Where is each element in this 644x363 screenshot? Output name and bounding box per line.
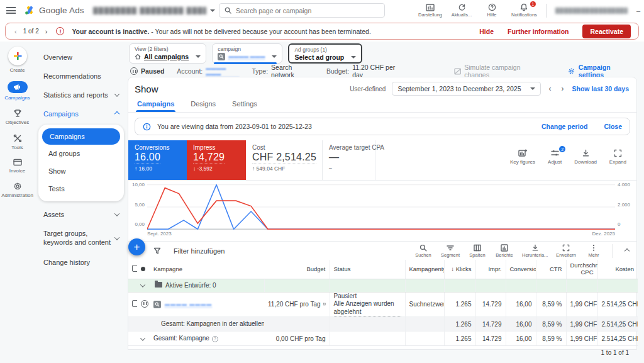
col-cpc[interactable]: Durchschn. CPC (566, 260, 597, 279)
total-view-conversions: 16,00 (506, 317, 536, 332)
more-button[interactable]: Mehr (584, 244, 603, 258)
total-view-cpc: 1,99 CHF (566, 317, 597, 332)
segment-button[interactable]: Segment (441, 244, 460, 258)
scorecard-empty[interactable] (375, 140, 510, 180)
tab-campaigns[interactable]: Campaigns (137, 100, 174, 112)
col-impr[interactable]: Impr. (475, 260, 506, 279)
active-drafts-row[interactable]: Aktive Entwürfe: 0 (128, 279, 638, 292)
chart-plot-area[interactable] (147, 184, 615, 230)
user-email-redacted[interactable]: ███████████████████@█████████ (555, 8, 628, 14)
col-kampagnentyp[interactable]: Kampagnentyp (405, 260, 444, 279)
select-all-checkbox[interactable] (132, 265, 137, 272)
nav-recommendations-label: Recommendations (43, 72, 101, 80)
chevron-down-icon[interactable] (140, 282, 145, 287)
campaign-name-redacted[interactable]: ▬▬▬▬ ▬▬▬▬ (165, 301, 212, 308)
filter-funnel-icon[interactable] (153, 247, 161, 255)
scorecard-target-cpa[interactable]: Average target CPA — – (323, 140, 375, 180)
col-budget[interactable]: Budget (264, 260, 330, 279)
show-last-30-days-link[interactable]: Show last 30 days (572, 85, 629, 92)
hamburger-menu-icon[interactable] (6, 7, 16, 14)
row-checkbox[interactable] (132, 300, 137, 307)
campaign-chip[interactable]: campaign ▬▬▬▬ ▬▬▬ (212, 43, 282, 64)
date-next-icon[interactable]: › (560, 84, 566, 93)
reports-icon (501, 244, 508, 252)
banner-next-icon[interactable]: › (44, 28, 49, 35)
change-period-link[interactable]: Change period (541, 123, 588, 130)
appearance-button[interactable]: Darstellung (418, 4, 442, 18)
campaign-status-line2[interactable]: Alle Anzeigen wurden abgelehnt (334, 300, 401, 316)
help-button[interactable]: Hilfe (481, 3, 502, 18)
nav-item-recommendations[interactable]: Recommendations (35, 67, 128, 86)
columns-button[interactable]: Spalten (468, 244, 487, 258)
date-prev-icon[interactable]: ‹ (547, 84, 553, 93)
ad-group-chip[interactable]: Ad groups (1) Select ad group (288, 43, 362, 64)
table-search-button[interactable]: Suchen (414, 244, 433, 258)
view-filter-chip[interactable]: View (2 filters) All campaigns (129, 43, 206, 64)
nav-item-assets[interactable]: Assets (35, 205, 128, 224)
adjust-button[interactable]: 2 Adjust (548, 149, 562, 165)
expand-table-button[interactable]: Erweitern (556, 244, 576, 258)
scorecard-impressions[interactable]: Impress 14,729 ↓ -3,592 (187, 140, 246, 180)
subnav-item-campaigns[interactable]: Campaigns (42, 128, 120, 145)
subnav-show-label: Show (48, 167, 66, 175)
notifications-button[interactable]: 1 Notifications (511, 3, 537, 18)
close-notice-link[interactable]: Close (604, 123, 622, 130)
col-klicks[interactable]: ↓ Klicks (444, 260, 475, 279)
hide-button[interactable]: Hide (479, 28, 494, 35)
reactivate-button[interactable]: Reactivate (582, 25, 631, 38)
account-caret-icon[interactable] (210, 9, 215, 12)
nav-item-target-groups[interactable]: Target groups, keywords and content (35, 224, 128, 253)
nav-item-overview[interactable]: Overview (35, 48, 128, 67)
nav-item-campaigns[interactable]: Campaigns (35, 104, 128, 123)
add-campaign-fab[interactable]: + (128, 238, 145, 255)
rail-item-invoice[interactable]: Invoice (1, 159, 35, 174)
rail-item-tools[interactable]: Tools (1, 134, 35, 150)
campaign-budget[interactable]: 11,20 CHF pro Tag (268, 301, 321, 308)
nav-item-change-history[interactable]: Change history (35, 253, 128, 272)
collapse-table-button[interactable] (623, 244, 631, 257)
campaigns-subtree: Campaigns Ad groups Show Tests (38, 125, 124, 201)
col-status[interactable]: Status (330, 260, 405, 279)
refresh-button[interactable]: Aktualis... (451, 4, 472, 18)
chevron-down-icon[interactable] (140, 335, 145, 340)
tab-settings[interactable]: Settings (232, 100, 257, 112)
key-figures-button[interactable]: Key figures (510, 149, 535, 165)
campaign-row[interactable]: ▬▬▬▬ ▬▬▬▬ 11,20 CHF pro Tag Pausiert All… (128, 292, 638, 317)
subnav-item-tests[interactable]: Tests (38, 180, 124, 198)
download-button[interactable]: Download (574, 149, 597, 165)
account-meta-label: Account: (177, 67, 203, 75)
col-kampagne[interactable]: Kampagne (150, 260, 264, 279)
search-box[interactable] (219, 3, 385, 18)
further-information-button[interactable]: Further information (508, 28, 569, 35)
subnav-ad-groups-label: Ad groups (48, 150, 80, 157)
account-name-redacted[interactable]: ████████ ████████ ███████ ████████ (93, 7, 206, 14)
view-chip-caret-icon (196, 55, 201, 58)
scorecards-row: Conversions 16.00 ↑ 16.00 Impress 14,729… (128, 140, 636, 181)
add-filter-button[interactable]: Filter hinzufügen (174, 247, 225, 255)
rail-item-create[interactable]: Create (1, 47, 35, 73)
col-ctr[interactable]: CTR (536, 260, 566, 279)
help-circle-icon[interactable]: ? (212, 336, 218, 342)
tab-designs[interactable]: Designs (191, 100, 216, 112)
date-range-selector[interactable]: September 1, 2023 to December 23, 2025 (392, 82, 540, 96)
download-table-button[interactable]: Herunterla... (522, 244, 548, 258)
nav-item-statistics[interactable]: Statistics and reports (35, 86, 128, 104)
subnav-item-show[interactable]: Show (38, 162, 124, 180)
reports-button[interactable]: Berichte (495, 244, 514, 258)
expand-button[interactable]: Expand (609, 149, 626, 165)
subnav-item-ad-groups[interactable]: Ad groups (38, 145, 124, 162)
col-kosten[interactable]: Kosten (597, 260, 638, 279)
left-axis-ticks: 10,00 5,00 0,00 (128, 182, 147, 227)
rail-item-administration[interactable]: Administration (1, 182, 35, 198)
search-input[interactable] (236, 7, 379, 14)
avatar-placeholder[interactable]: – (636, 7, 640, 14)
edit-budget-icon[interactable] (323, 301, 326, 307)
banner-prev-icon[interactable]: ‹ (13, 28, 18, 35)
x-tick-start: Sept. 2023 (147, 231, 172, 237)
scorecard-conversions[interactable]: Conversions 16.00 ↑ 16.00 (128, 140, 187, 180)
col-conversions[interactable]: Conversions (506, 260, 536, 279)
rail-item-objectives[interactable]: Objectives (1, 109, 35, 125)
chart-svg (147, 184, 615, 230)
scorecard-cost[interactable]: Cost CHF 2,514.25 ↑ 549.04 CHF (246, 140, 323, 180)
rail-item-campaigns[interactable]: Campaigns (1, 81, 35, 101)
